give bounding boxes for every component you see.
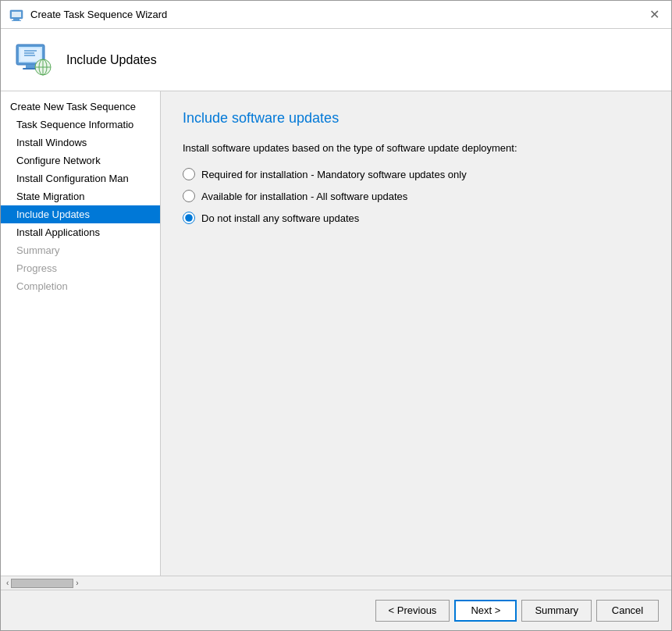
radio-do-not-install[interactable]: Do not install any software updates — [183, 212, 649, 224]
sidebar: Create New Task Sequence Task Sequence I… — [1, 91, 161, 576]
close-button[interactable]: ✕ — [645, 5, 663, 24]
scroll-arrow-right[interactable]: › — [73, 579, 80, 587]
main-panel: Include software updates Install softwar… — [161, 91, 671, 576]
summary-button[interactable]: Summary — [521, 600, 592, 622]
radio-do-not-install-input[interactable] — [183, 212, 195, 224]
title-bar-left: Create Task Sequence Wizard — [9, 7, 167, 23]
description-text: Install software updates based on the ty… — [183, 142, 649, 154]
radio-do-not-install-label: Do not install any software updates — [201, 212, 359, 224]
header-icon — [13, 40, 54, 80]
sidebar-item-install-config-mgr[interactable]: Install Configuration Man — [1, 169, 160, 187]
radio-available-input[interactable] — [183, 190, 195, 202]
scroll-thumb[interactable] — [11, 579, 73, 588]
cancel-button[interactable]: Cancel — [596, 600, 659, 622]
next-button[interactable]: Next > — [454, 600, 517, 622]
header-title: Include Updates — [66, 53, 157, 67]
radio-available[interactable]: Available for installation - All softwar… — [183, 190, 649, 202]
sidebar-item-state-migration[interactable]: State Migration — [1, 187, 160, 205]
svg-rect-2 — [13, 19, 20, 20]
content-area: Create New Task Sequence Task Sequence I… — [1, 91, 671, 576]
sidebar-section-header: Create New Task Sequence — [1, 98, 160, 116]
sidebar-item-summary: Summary — [1, 241, 160, 259]
radio-available-label: Available for installation - All softwar… — [201, 191, 407, 202]
sidebar-item-configure-network[interactable]: Configure Network — [1, 152, 160, 169]
svg-rect-1 — [12, 12, 21, 17]
sidebar-item-install-applications[interactable]: Install Applications — [1, 223, 160, 241]
previous-button[interactable]: < Previous — [375, 600, 450, 622]
svg-rect-3 — [12, 20, 21, 21]
window-icon — [9, 7, 24, 23]
radio-required[interactable]: Required for installation - Mandatory so… — [183, 168, 649, 180]
sidebar-item-progress: Progress — [1, 259, 160, 277]
window-title: Create Task Sequence Wizard — [30, 9, 167, 20]
sidebar-item-include-updates[interactable]: Include Updates — [1, 205, 160, 223]
sidebar-item-install-windows[interactable]: Install Windows — [1, 134, 160, 152]
svg-rect-10 — [26, 65, 35, 68]
radio-group: Required for installation - Mandatory so… — [183, 168, 649, 224]
radio-required-input[interactable] — [183, 168, 195, 180]
header-section: Include Updates — [1, 29, 671, 91]
wizard-window: Create Task Sequence Wizard ✕ Include Up… — [0, 0, 672, 631]
scrollbar: ‹ › — [1, 576, 671, 590]
bottom-bar: < Previous Next > Summary Cancel — [1, 590, 671, 630]
sidebar-item-task-sequence-info[interactable]: Task Sequence Informatio — [1, 116, 160, 134]
sidebar-item-completion: Completion — [1, 277, 160, 295]
scroll-arrow-left[interactable]: ‹ — [4, 579, 11, 587]
title-bar: Create Task Sequence Wizard ✕ — [1, 1, 671, 29]
radio-required-label: Required for installation - Mandatory so… — [201, 169, 467, 180]
main-title: Include software updates — [183, 110, 649, 127]
